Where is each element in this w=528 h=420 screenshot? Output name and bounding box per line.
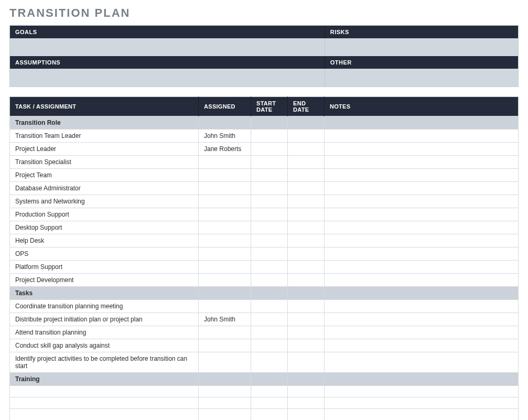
cell-notes[interactable] xyxy=(325,313,519,326)
cell-start[interactable] xyxy=(251,261,288,274)
cell-task[interactable]: Platform Support xyxy=(10,261,199,274)
cell-end[interactable] xyxy=(288,339,325,352)
cell-task[interactable]: Conduct skill gap analysis against xyxy=(10,339,199,352)
cell-assigned[interactable] xyxy=(199,169,251,182)
cell-notes[interactable] xyxy=(325,386,519,397)
cell-notes[interactable] xyxy=(325,143,519,156)
cell-task[interactable]: Attend transition planning xyxy=(10,326,199,339)
cell-notes[interactable] xyxy=(325,169,519,182)
cell-end[interactable] xyxy=(288,182,325,195)
cell-start[interactable] xyxy=(251,313,288,326)
cell-start[interactable] xyxy=(251,143,288,156)
cell-notes[interactable] xyxy=(325,221,519,234)
cell-start[interactable] xyxy=(251,208,288,221)
cell-notes[interactable] xyxy=(325,339,519,352)
cell-end[interactable] xyxy=(288,195,325,208)
cell-assigned[interactable] xyxy=(199,274,251,287)
cell-end[interactable] xyxy=(288,247,325,261)
cell-assigned[interactable] xyxy=(199,247,251,261)
cell-start[interactable] xyxy=(251,234,288,247)
cell-end[interactable] xyxy=(288,326,325,339)
cell-task[interactable]: Project Development xyxy=(10,274,199,287)
cell-start[interactable] xyxy=(251,326,288,339)
cell-notes[interactable] xyxy=(325,182,519,195)
cell-end[interactable] xyxy=(288,221,325,234)
cell-end[interactable] xyxy=(288,386,325,397)
cell-assigned[interactable]: Jane Roberts xyxy=(199,143,251,156)
cell-end[interactable] xyxy=(288,300,325,313)
cell-start[interactable] xyxy=(251,339,288,352)
cell-assigned[interactable] xyxy=(199,208,251,221)
cell-start[interactable] xyxy=(251,386,288,397)
cell-start[interactable] xyxy=(251,352,288,373)
cell-notes[interactable] xyxy=(325,234,519,247)
cell-assigned[interactable] xyxy=(199,156,251,169)
cell-notes[interactable] xyxy=(325,130,519,143)
cell-end[interactable] xyxy=(288,130,325,143)
cell-assigned[interactable] xyxy=(199,221,251,234)
cell-task[interactable]: Identify project activities to be comple… xyxy=(10,352,199,373)
other-cell[interactable] xyxy=(325,69,518,87)
cell-assigned[interactable] xyxy=(199,386,251,397)
cell-notes[interactable] xyxy=(325,397,519,409)
cell-notes[interactable] xyxy=(325,156,519,169)
assumptions-cell[interactable] xyxy=(10,69,325,87)
cell-end[interactable] xyxy=(288,156,325,169)
cell-start[interactable] xyxy=(251,397,288,409)
cell-assigned[interactable] xyxy=(199,234,251,247)
cell-task[interactable] xyxy=(10,386,199,397)
cell-assigned[interactable]: John Smith xyxy=(199,313,251,326)
cell-end[interactable] xyxy=(288,234,325,247)
cell-task[interactable]: OPS xyxy=(10,247,199,261)
cell-notes[interactable] xyxy=(325,261,519,274)
cell-task[interactable]: Systems and Networking xyxy=(10,195,199,208)
cell-start[interactable] xyxy=(251,130,288,143)
cell-task[interactable]: Database Administrator xyxy=(10,182,199,195)
cell-assigned[interactable] xyxy=(199,261,251,274)
cell-task[interactable]: Project Leader xyxy=(10,143,199,156)
cell-end[interactable] xyxy=(288,208,325,221)
cell-task[interactable]: Transition Team Leader xyxy=(10,130,199,143)
cell-start[interactable] xyxy=(251,182,288,195)
cell-assigned[interactable]: John Smith xyxy=(199,130,251,143)
cell-end[interactable] xyxy=(288,261,325,274)
cell-end[interactable] xyxy=(288,143,325,156)
cell-notes[interactable] xyxy=(325,195,519,208)
cell-notes[interactable] xyxy=(325,247,519,261)
cell-assigned[interactable] xyxy=(199,300,251,313)
cell-end[interactable] xyxy=(288,169,325,182)
cell-task[interactable]: Distribute project initiation plan or pr… xyxy=(10,313,199,326)
cell-start[interactable] xyxy=(251,221,288,234)
cell-notes[interactable] xyxy=(325,326,519,339)
cell-notes[interactable] xyxy=(325,208,519,221)
cell-assigned[interactable] xyxy=(199,339,251,352)
cell-assigned[interactable] xyxy=(199,352,251,373)
cell-task[interactable]: Project Team xyxy=(10,169,199,182)
cell-task[interactable]: Transition Specialist xyxy=(10,156,199,169)
cell-notes[interactable] xyxy=(325,352,519,373)
cell-start[interactable] xyxy=(251,195,288,208)
cell-end[interactable] xyxy=(288,274,325,287)
cell-start[interactable] xyxy=(251,409,288,421)
cell-notes[interactable] xyxy=(325,409,519,421)
cell-notes[interactable] xyxy=(325,274,519,287)
cell-task[interactable] xyxy=(10,409,199,421)
cell-assigned[interactable] xyxy=(199,409,251,421)
cell-assigned[interactable] xyxy=(199,397,251,409)
cell-task[interactable]: Coordinate transition planning meeting xyxy=(10,300,199,313)
cell-assigned[interactable] xyxy=(199,182,251,195)
cell-task[interactable]: Help Desk xyxy=(10,234,199,247)
cell-start[interactable] xyxy=(251,156,288,169)
cell-assigned[interactable] xyxy=(199,195,251,208)
risks-cell[interactable] xyxy=(325,38,518,56)
cell-assigned[interactable] xyxy=(199,326,251,339)
cell-end[interactable] xyxy=(288,352,325,373)
cell-start[interactable] xyxy=(251,247,288,261)
cell-start[interactable] xyxy=(251,169,288,182)
cell-task[interactable]: Desktop Support xyxy=(10,221,199,234)
cell-start[interactable] xyxy=(251,274,288,287)
cell-end[interactable] xyxy=(288,409,325,421)
cell-notes[interactable] xyxy=(325,300,519,313)
cell-task[interactable]: Production Support xyxy=(10,208,199,221)
cell-start[interactable] xyxy=(251,300,288,313)
